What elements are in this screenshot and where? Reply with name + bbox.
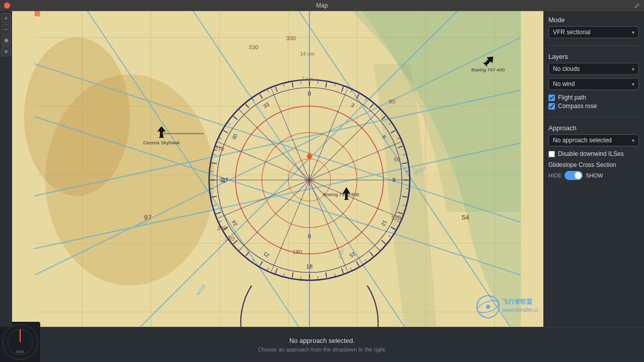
svg-point-2	[24, 38, 130, 196]
svg-text:Boeing 737 F800: Boeing 737 F800	[323, 192, 359, 197]
divider-2	[548, 117, 639, 117]
svg-text:90: 90	[389, 99, 395, 105]
svg-text:240: 240	[217, 225, 226, 231]
expand-button[interactable]: ⤢	[634, 2, 640, 10]
layers-title: Layers	[548, 53, 639, 60]
left-instruments: HDG	[0, 322, 40, 362]
compass-rose-checkbox[interactable]	[548, 103, 555, 110]
bottom-sub-message: Choose an approach from the dropdown to …	[258, 346, 386, 352]
map-area[interactable]: // This will be drawn via JS below	[12, 11, 543, 327]
svg-text:0: 0	[308, 90, 311, 97]
svg-point-153	[307, 154, 312, 159]
glideslope-toggle[interactable]	[565, 171, 583, 180]
bottom-bar: No approach selected. Choose an approach…	[0, 327, 644, 362]
disable-ils-label: Disable downwind ILSes	[558, 150, 624, 157]
svg-text:300: 300	[286, 35, 296, 41]
svg-text:7 nm: 7 nm	[301, 76, 313, 82]
toggle-hide-label: HIDE	[548, 172, 561, 178]
svg-text:18: 18	[306, 263, 313, 269]
toggle-show-label: SHOW	[586, 172, 603, 178]
mode-dropdown-arrow: ▾	[632, 30, 634, 35]
right-panel: Mode VFR sectional ▾ Layers No clouds ▾ …	[543, 11, 644, 327]
disable-ils-checkbox[interactable]	[548, 151, 555, 157]
svg-text:330: 330	[249, 44, 258, 50]
svg-text:14 nm: 14 nm	[300, 51, 314, 57]
titlebar: Map ⤢	[0, 0, 644, 11]
svg-text:Cessna Skyhawk: Cessna Skyhawk	[143, 140, 180, 145]
svg-point-161	[486, 305, 490, 309]
approach-dropdown[interactable]: No approach selected ▾	[548, 134, 639, 146]
recenter-button[interactable]: ⊕	[1, 35, 11, 45]
svg-text:54: 54	[461, 214, 469, 221]
mode-title: Mode	[548, 16, 639, 24]
content-area: + − ⊕ ≡	[0, 11, 644, 327]
svg-text:飞行者联盟: 飞行者联盟	[502, 298, 533, 305]
mode-dropdown[interactable]: VFR sectional ▾	[548, 26, 639, 38]
svg-text:27: 27	[220, 177, 226, 183]
glideslope-toggle-row: HIDE SHOW	[548, 171, 639, 180]
svg-text:Boeing 747-400: Boeing 747-400	[471, 67, 505, 72]
left-sidebar: + − ⊕ ≡	[0, 11, 12, 327]
approach-title: Approach	[548, 124, 639, 132]
glideslope-title: Glideslope Cross Section	[548, 161, 639, 168]
window-title: Map	[316, 2, 328, 9]
wind-dropdown-arrow: ▾	[632, 81, 634, 87]
svg-rect-154	[35, 11, 40, 17]
compass-rose-label: Compass rose	[558, 103, 597, 110]
svg-text:120: 120	[391, 215, 401, 221]
app: + − ⊕ ≡	[0, 11, 644, 362]
svg-text:www.chinaflie.com: www.chinaflie.com	[502, 307, 538, 313]
map-svg: // This will be drawn via JS below	[12, 11, 543, 327]
approach-section: Approach No approach selected ▾ Disable …	[548, 124, 639, 180]
svg-text:210: 210	[225, 236, 234, 242]
divider-1	[548, 45, 639, 46]
close-button[interactable]	[4, 3, 10, 9]
svg-text:9: 9	[392, 177, 395, 183]
layers-tool-button[interactable]: ≡	[1, 46, 11, 56]
svg-text:HDG: HDG	[16, 350, 24, 353]
svg-text:180: 180	[292, 249, 302, 255]
zoom-out-button[interactable]: −	[1, 24, 11, 34]
mode-section: Mode VFR sectional ▾	[548, 16, 639, 38]
svg-text:0: 0	[308, 233, 311, 239]
disable-ils-row: Disable downwind ILSes	[548, 150, 639, 157]
approach-dropdown-arrow: ▾	[632, 138, 634, 143]
flight-path-checkbox[interactable]	[548, 95, 555, 101]
compass-rose-row: Compass rose	[548, 103, 639, 110]
bottom-main-message: No approach selected.	[289, 337, 355, 344]
flight-path-label: Flight path	[558, 94, 586, 101]
flight-path-row: Flight path	[548, 94, 639, 101]
watermark: 飞行者联盟 www.chinaflie.com	[473, 293, 538, 322]
clouds-dropdown-arrow: ▾	[632, 66, 634, 72]
zoom-in-button[interactable]: +	[1, 13, 11, 23]
svg-text:270: 270	[214, 146, 224, 152]
svg-text:60: 60	[394, 156, 400, 162]
clouds-dropdown[interactable]: No clouds ▾	[548, 63, 639, 75]
wind-dropdown[interactable]: No wind ▾	[548, 78, 639, 90]
layers-section: Layers No clouds ▾ No wind ▾ Flight path…	[548, 53, 639, 110]
